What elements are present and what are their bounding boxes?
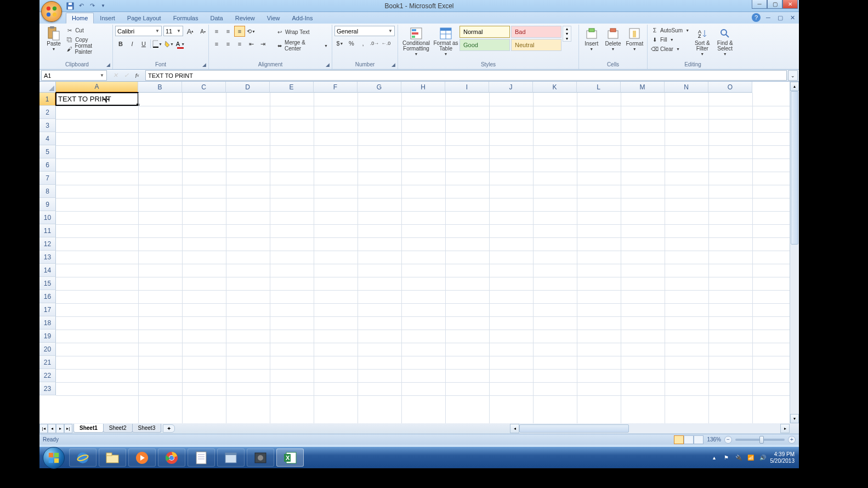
column-header[interactable]: A xyxy=(56,82,138,93)
row-header[interactable]: 9 xyxy=(39,198,56,211)
doc-restore-icon[interactable]: ▢ xyxy=(776,13,785,22)
taskbar-explorer[interactable] xyxy=(99,449,126,467)
row-header[interactable]: 11 xyxy=(39,224,56,237)
normal-view-icon[interactable] xyxy=(674,435,684,444)
align-top-button[interactable]: ≡ xyxy=(211,26,222,37)
sheet-tab-1[interactable]: Sheet1 xyxy=(73,424,104,433)
number-format-select[interactable]: General▼ xyxy=(334,26,395,36)
clear-button[interactable]: ⌫Clear▼ xyxy=(650,44,690,53)
merge-center-button[interactable]: ⬌Merge & Center▼ xyxy=(274,39,330,52)
align-center-button[interactable]: ≡ xyxy=(223,38,234,49)
page-layout-view-icon[interactable] xyxy=(684,435,694,444)
italic-button[interactable]: I xyxy=(127,38,138,49)
scroll-up-icon[interactable]: ▴ xyxy=(790,82,799,91)
column-header[interactable]: B xyxy=(138,82,182,93)
tab-add-ins[interactable]: Add-Ins xyxy=(286,13,319,24)
column-header[interactable]: K xyxy=(533,82,577,93)
column-header[interactable]: F xyxy=(314,82,358,93)
tray-volume-icon[interactable]: 🔊 xyxy=(758,453,767,462)
office-button[interactable] xyxy=(41,1,62,22)
row-header[interactable]: 14 xyxy=(39,264,56,277)
fill-button[interactable]: ⬇Fill▼ xyxy=(650,35,690,44)
row-header[interactable]: 4 xyxy=(39,132,56,145)
formula-input[interactable]: TEXT TO PRINT xyxy=(145,70,787,81)
style-neutral[interactable]: Neutral xyxy=(511,39,561,51)
scroll-right-icon[interactable]: ▸ xyxy=(780,424,790,433)
decrease-indent-button[interactable]: ⇤ xyxy=(246,38,257,49)
bold-button[interactable]: B xyxy=(115,38,126,49)
row-header[interactable]: 8 xyxy=(39,185,56,198)
sheet-nav-next-icon[interactable]: ▸ xyxy=(56,424,64,433)
horizontal-scrollbar[interactable]: ◂ ▸ xyxy=(510,424,790,433)
scroll-thumb-h[interactable] xyxy=(519,424,629,433)
align-middle-button[interactable]: ≡ xyxy=(223,26,234,37)
row-header[interactable]: 18 xyxy=(39,316,56,330)
help-icon[interactable]: ? xyxy=(752,13,761,22)
style-normal[interactable]: Normal xyxy=(459,26,510,38)
row-header[interactable]: 23 xyxy=(39,382,56,395)
tab-home[interactable]: Home xyxy=(66,13,94,24)
worksheet-grid[interactable]: ABCDEFGHIJKLMNO 123456789101112131415161… xyxy=(39,82,799,423)
row-headers[interactable]: 1234567891011121314151617181920212223 xyxy=(39,93,56,423)
sheet-nav-first-icon[interactable]: |◂ xyxy=(39,424,48,433)
format-painter-button[interactable]: 🖌Format Painter xyxy=(65,44,110,53)
save-icon[interactable] xyxy=(66,2,75,10)
style-good[interactable]: Good xyxy=(459,39,510,51)
taskbar-chrome[interactable] xyxy=(158,449,185,467)
decrease-decimal-button[interactable]: ←.0 xyxy=(381,38,392,49)
taskbar-app1[interactable] xyxy=(217,449,245,467)
new-sheet-icon[interactable]: ✦ xyxy=(163,424,175,433)
row-header[interactable]: 16 xyxy=(39,290,56,303)
row-header[interactable]: 5 xyxy=(39,145,56,158)
alignment-dialog-icon[interactable]: ◢ xyxy=(324,61,331,68)
cancel-formula-icon[interactable]: ✕ xyxy=(110,71,120,81)
scroll-left-icon[interactable]: ◂ xyxy=(510,424,519,433)
column-header[interactable]: J xyxy=(489,82,533,93)
redo-icon[interactable]: ↷ xyxy=(88,2,97,10)
number-dialog-icon[interactable]: ◢ xyxy=(390,61,396,68)
tab-view[interactable]: View xyxy=(261,13,286,24)
zoom-slider-thumb[interactable] xyxy=(759,436,764,444)
row-header[interactable]: 1 xyxy=(39,93,56,106)
font-size-select[interactable]: 11▼ xyxy=(163,26,183,36)
styles-scroll[interactable]: ▴▾▾ xyxy=(563,26,571,42)
wrap-text-button[interactable]: ↩Wrap Text xyxy=(274,26,330,38)
row-header[interactable]: 10 xyxy=(39,211,56,224)
align-left-button[interactable]: ≡ xyxy=(211,38,222,49)
row-header[interactable]: 22 xyxy=(39,369,56,382)
column-header[interactable]: E xyxy=(270,82,314,93)
paste-button[interactable]: Paste ▼ xyxy=(44,26,64,51)
percent-button[interactable]: % xyxy=(346,38,357,49)
comma-button[interactable]: , xyxy=(358,38,368,49)
delete-cells-button[interactable]: Delete▼ xyxy=(603,26,623,51)
maximize-button[interactable]: ▢ xyxy=(767,0,782,9)
format-cells-button[interactable]: Format▼ xyxy=(625,26,645,51)
close-button[interactable]: ✕ xyxy=(782,0,798,9)
taskbar-notepad[interactable] xyxy=(188,449,215,467)
row-header[interactable]: 6 xyxy=(39,158,56,172)
column-headers[interactable]: ABCDEFGHIJKLMNO xyxy=(56,82,790,93)
tray-network-icon[interactable]: 📶 xyxy=(746,453,755,462)
view-buttons[interactable] xyxy=(674,435,704,444)
scroll-thumb-v[interactable] xyxy=(791,91,798,245)
align-bottom-button[interactable]: ≡ xyxy=(234,26,245,37)
sheet-tab-3[interactable]: Sheet3 xyxy=(132,424,162,433)
minimize-button[interactable]: ─ xyxy=(752,0,767,9)
format-as-table-button[interactable]: Format as Table▼ xyxy=(433,26,458,56)
select-all-button[interactable] xyxy=(39,82,56,93)
column-header[interactable]: L xyxy=(577,82,621,93)
cell-styles-gallery[interactable]: Normal Bad Good Neutral xyxy=(459,26,561,51)
tray-show-hidden-icon[interactable]: ▴ xyxy=(710,453,719,462)
shrink-font-button[interactable]: A▾ xyxy=(197,26,208,37)
fill-color-button[interactable]: ▼ xyxy=(163,38,174,49)
autosum-button[interactable]: ΣAutoSum▼ xyxy=(650,26,690,35)
sort-filter-button[interactable]: AZSort & Filter▼ xyxy=(691,26,713,56)
taskbar-excel[interactable]: X xyxy=(276,449,304,467)
start-button[interactable] xyxy=(43,447,65,469)
qat-dropdown-icon[interactable]: ▼ xyxy=(99,2,107,10)
row-header[interactable]: 13 xyxy=(39,251,56,264)
fx-icon[interactable]: fx xyxy=(132,71,142,81)
font-name-select[interactable]: Calibri▼ xyxy=(115,26,162,36)
taskbar-app2[interactable] xyxy=(247,449,274,467)
style-bad[interactable]: Bad xyxy=(511,26,561,38)
